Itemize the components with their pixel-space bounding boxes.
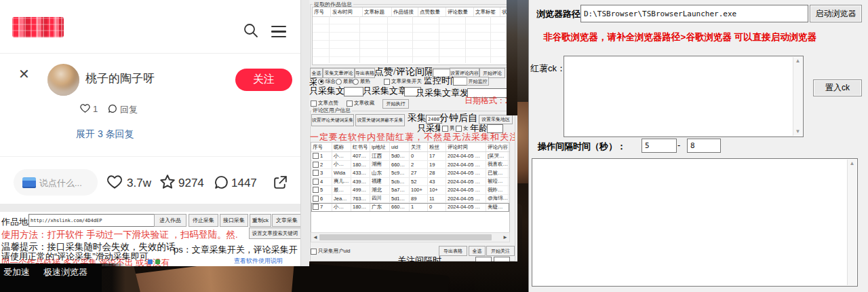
log-textarea[interactable]: ▲	[532, 158, 858, 287]
article-collect-button[interactable]: 文章采集	[272, 214, 301, 227]
window-gap	[301, 0, 309, 266]
table-cell: 10+	[428, 186, 446, 194]
table-cell: 湖南	[370, 161, 390, 169]
table-row[interactable]: 7小…180…广东660…102024-04-05 …美睫…	[311, 203, 509, 212]
age-label: 年龄	[470, 124, 488, 133]
follow-interval-input-2[interactable]	[494, 257, 510, 261]
launch-browser-button[interactable]: 启动浏览器	[810, 5, 862, 22]
set-region-button[interactable]: 设置采集地区	[479, 115, 513, 124]
row-checkbox[interactable]	[313, 170, 319, 176]
ck-textarea[interactable]: ▲ ▼	[564, 56, 804, 137]
reply-label[interactable]: 回复	[120, 104, 138, 116]
checkbox-article-like[interactable]: 文章点赞	[311, 100, 338, 107]
checkbox-article-fav[interactable]: 文章收藏	[347, 100, 374, 107]
interval-min-input[interactable]: 5	[642, 139, 677, 153]
radio-comprehensive[interactable]: 综合	[318, 78, 336, 85]
table-cell: 763…	[351, 195, 370, 203]
scroll-right-icon[interactable]: ►	[501, 233, 509, 242]
interval-dash: -	[677, 140, 680, 150]
table-cell	[509, 203, 510, 211]
table-row[interactable]: 6Jea…763…四川5d1…89112024-04-05 …@海绵…	[311, 195, 509, 204]
row-checkbox[interactable]	[313, 204, 319, 210]
close-icon[interactable]: ✕	[18, 68, 30, 80]
table-header-row: 序号发布时间文章标题作品链接点赞数量评论数量文章标签状态	[313, 7, 512, 17]
heart-icon[interactable]	[79, 103, 91, 114]
reply-bubble-icon[interactable]	[107, 103, 118, 114]
table-cell: 2024-04-05 …	[446, 203, 486, 211]
h-scrollbar[interactable]: ◄ ►	[311, 232, 510, 242]
avatar[interactable]	[47, 64, 79, 96]
table-cell: ip地址	[370, 143, 390, 151]
reset-ck-button[interactable]: 重制ck	[250, 214, 271, 227]
table-cell: 1	[410, 203, 428, 211]
menu-icon[interactable]	[271, 26, 286, 41]
follow-interval-input-1[interactable]	[475, 257, 492, 261]
set-comment-keyword-button[interactable]: 设置评论关键词采集	[311, 114, 354, 126]
table-cell: 439…	[351, 178, 370, 186]
radio-hottest[interactable]: 最热	[353, 78, 370, 85]
table-cell: 0	[410, 152, 428, 160]
export-users-button[interactable]: 导出表格	[439, 246, 467, 256]
search-icon[interactable]	[243, 22, 259, 39]
comment-bubble-icon[interactable]	[213, 174, 230, 191]
table-row[interactable]: 5最…499…湖北5a7…100+10+2024-04-05 …我昨…	[311, 186, 509, 195]
scroll-down-icon[interactable]: ▼	[793, 128, 802, 136]
collect-comments-button[interactable]: 采集文章评论	[323, 68, 355, 78]
insert-ck-button[interactable]: 置入ck	[813, 79, 862, 96]
interval-label: 操作间隔时间（秒）：	[538, 141, 626, 153]
stop-collect-button[interactable]: 停止采集	[189, 214, 218, 227]
expand-replies-link[interactable]: 展开 3 条回复	[76, 128, 134, 141]
start-monitor-button[interactable]: 开始监控	[467, 77, 489, 86]
url-input[interactable]: http://xhslink.com/4D4dEP	[28, 214, 155, 227]
table-row[interactable]: 3Wida433…山东5c9…27282024-04-05 …已被…	[311, 169, 509, 178]
scroll-up-icon[interactable]: ▲	[848, 160, 856, 168]
export-table-button[interactable]: 导出表格	[355, 68, 375, 78]
start-exec-button[interactable]: 开始执行	[382, 99, 409, 109]
checkbox-female[interactable]: 女	[456, 125, 469, 132]
share-icon[interactable]	[272, 174, 289, 191]
login-warning: 一定要在软件内登陆红薯，不然是无法采集和关注	[310, 132, 515, 142]
enter-work-button[interactable]: 进入作品	[154, 214, 186, 227]
table-row[interactable]: 4爽儿…439…福建5cb…52432024-04-05 …被噎…	[311, 178, 509, 187]
help-link[interactable]: 查看软件使用说明	[234, 257, 300, 266]
select-all-button[interactable]: 全选	[310, 68, 323, 78]
v-scrollbar[interactable]: ▲ ▼	[793, 57, 802, 136]
monitor-time-label: 监控时间	[424, 76, 454, 86]
table-row[interactable]: 1小…407…江西5d0…0172024-04-05 …[笑哭…	[311, 152, 509, 161]
collect-star-icon[interactable]	[159, 173, 176, 191]
only-collect-input-1[interactable]	[344, 87, 363, 96]
row-checkbox[interactable]	[313, 162, 319, 168]
table-cell: 美睫…	[486, 203, 509, 211]
row-checkbox[interactable]	[313, 196, 319, 202]
set-search-keyword-button[interactable]: 设置文章搜索关键词	[249, 227, 301, 239]
v-scrollbar[interactable]: ▲	[847, 160, 856, 285]
table-row[interactable]: 2小…180…湖南660…2192024-04-05 …我喜欢…	[311, 161, 509, 170]
interval-max-input[interactable]: 8	[687, 139, 721, 153]
taskbar-item-aijiasu[interactable]: 爱加速	[3, 266, 30, 278]
browser-path-input[interactable]: D:\TSBrowser\TSBrowserLauncher.exe	[580, 5, 808, 22]
start-follow-button[interactable]: 开始关注	[486, 246, 515, 256]
checkbox-only-uid[interactable]: 只采集用户uid	[311, 248, 351, 255]
table-cell: 2024-04-05 …	[446, 169, 486, 177]
like-icon[interactable]	[106, 173, 123, 191]
api-collect-button[interactable]: 接口采集	[220, 214, 248, 227]
scroll-left-icon[interactable]: ◄	[311, 233, 319, 242]
checkbox-article-switch[interactable]: 文章采集开关	[384, 78, 422, 85]
table-cell: 序号	[313, 7, 331, 16]
table-cell: 2024-04-05 …	[446, 186, 486, 194]
checkbox-male[interactable]: 男	[442, 125, 455, 132]
table-cell: 2	[410, 161, 428, 169]
select-all-users-button[interactable]: 全选	[469, 246, 486, 256]
follow-button[interactable]: 关注	[235, 69, 292, 91]
scroll-up-icon[interactable]: ▲	[793, 57, 802, 65]
scroll-thumb[interactable]	[319, 234, 492, 240]
table-cell: 红书号	[351, 143, 370, 151]
set-keyword-block-button[interactable]: 设置关键词屏蔽不采集	[355, 114, 405, 126]
table-cell: 3	[311, 169, 332, 177]
table-cell	[509, 152, 510, 160]
row-checkbox[interactable]	[313, 153, 319, 159]
taskbar-item-jisu-browser[interactable]: 极速浏览器	[43, 266, 87, 278]
row-checkbox[interactable]	[313, 179, 319, 185]
radio-newest[interactable]: 最新	[336, 78, 353, 85]
row-checkbox[interactable]	[313, 187, 319, 193]
